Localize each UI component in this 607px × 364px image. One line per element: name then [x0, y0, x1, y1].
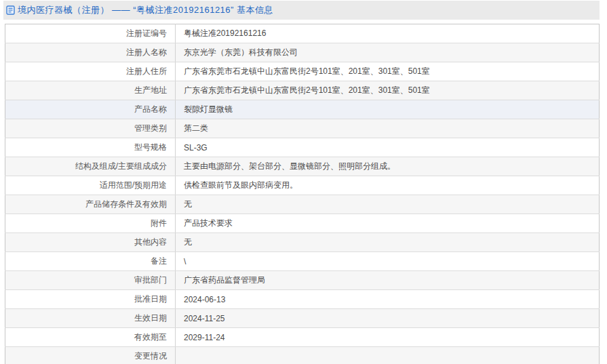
- row-value-cell: 广东省东莞市石龙镇中山东富民街2号101室、201室、301室、501室: [176, 62, 600, 81]
- row-value: 裂隙灯显微镜: [184, 104, 233, 114]
- page-title: 境内医疗器械（注册） —— “粤械注准20192161216” 基本信息: [18, 4, 273, 16]
- table-row: 变更情况: [5, 347, 600, 364]
- row-label-cell: 其他内容: [5, 233, 176, 252]
- row-value: 无: [184, 199, 192, 209]
- row-value-cell: 东京光学（东莞）科技有限公司: [176, 43, 600, 62]
- row-label-cell: 备注: [5, 252, 176, 271]
- row-value-cell: SL-3G: [176, 138, 600, 157]
- row-label-cell: 批准日期: [5, 290, 176, 309]
- row-label-cell: 生效日期: [5, 309, 176, 328]
- row-label-cell: 审批部门: [5, 271, 176, 290]
- row-value-cell: 2029-11-24: [176, 328, 600, 347]
- row-value: 广东省药品监督管理局: [184, 275, 265, 285]
- row-value-cell: \: [176, 252, 600, 271]
- table-row: 适用范围/预期用途供检查眼前节及眼内部病变用。: [5, 176, 600, 195]
- row-value: SL-3G: [184, 143, 208, 153]
- row-value: 第二类: [184, 123, 208, 133]
- row-value-cell: 粤械注准20192161216: [176, 24, 600, 43]
- row-label-cell: 附件: [5, 214, 176, 233]
- row-label: 型号规格: [134, 142, 167, 153]
- row-label-cell: 管理类别: [5, 119, 176, 138]
- row-label: 结构及组成/主要组成成分: [75, 161, 167, 172]
- row-label: 管理类别: [134, 123, 167, 134]
- table-row: 结构及组成/主要组成成分主要由电源部分、架台部分、显微镜部分、照明部分组成。: [5, 157, 600, 176]
- table-row: 型号规格SL-3G: [5, 138, 600, 157]
- row-label-cell: 结构及组成/主要组成成分: [5, 157, 176, 176]
- row-value-cell: 第二类: [176, 119, 600, 138]
- row-label: 有效期至: [134, 331, 167, 343]
- row-label-cell: 型号规格: [5, 138, 176, 157]
- row-value-cell: 2024-06-13: [176, 290, 600, 309]
- table-row: 审批部门广东省药品监督管理局: [5, 271, 600, 290]
- row-label-cell: 产品储存条件及有效期: [5, 195, 176, 214]
- row-label: 其他内容: [134, 237, 167, 248]
- row-label-cell: 注册证编号: [5, 24, 176, 43]
- row-label-cell: 注册人名称: [5, 43, 176, 62]
- row-label: 批准日期: [134, 294, 167, 305]
- row-value-cell: 供检查眼前节及眼内部病变用。: [176, 176, 600, 195]
- row-value-cell: 主要由电源部分、架台部分、显微镜部分、照明部分组成。: [176, 157, 600, 176]
- row-value-cell: 裂隙灯显微镜: [176, 100, 600, 119]
- table-row: 注册人名称东京光学（东莞）科技有限公司: [5, 43, 600, 62]
- row-value: 2029-11-24: [184, 333, 225, 342]
- row-label: 注册人名称: [126, 47, 167, 58]
- row-label-cell: 注册人住所: [5, 62, 176, 81]
- row-value-cell: 无: [176, 233, 600, 252]
- table-row: 其他内容无: [5, 233, 600, 252]
- row-label: 产品名称: [134, 104, 167, 115]
- table-row: 管理类别第二类: [5, 119, 600, 138]
- row-value: 产品技术要求: [184, 218, 233, 228]
- table-row: 产品储存条件及有效期无: [5, 195, 600, 214]
- row-label: 注册证编号: [126, 28, 167, 39]
- row-label-cell: 变更情况: [5, 347, 176, 364]
- table-row: 注册证编号粤械注准20192161216: [5, 24, 600, 43]
- row-label: 生产地址: [134, 85, 167, 96]
- row-value: 广东省东莞市石龙镇中山东富民街2号101室、201室、301室、501室: [184, 66, 430, 76]
- row-value: 东京光学（东莞）科技有限公司: [184, 47, 298, 57]
- row-label: 备注: [151, 256, 167, 267]
- row-label: 注册人住所: [126, 66, 167, 77]
- table-row: 备注\: [5, 252, 600, 271]
- registration-info-table: 注册证编号粤械注准20192161216注册人名称东京光学（东莞）科技有限公司注…: [5, 24, 600, 364]
- row-value: 2024-11-25: [184, 314, 225, 323]
- row-label-cell: 有效期至: [5, 328, 176, 347]
- row-value-cell: 广东省药品监督管理局: [176, 271, 600, 290]
- row-label: 适用范围/预期用途: [100, 180, 167, 191]
- table-row: 注册人住所广东省东莞市石龙镇中山东富民街2号101室、201室、301室、501…: [5, 62, 600, 81]
- row-value-cell: 无: [176, 195, 600, 214]
- row-label-cell: 适用范围/预期用途: [5, 176, 176, 195]
- row-value-cell: 2024-11-25: [176, 309, 600, 328]
- row-value: 2024-06-13: [184, 295, 225, 304]
- row-value: 供检查眼前节及眼内部病变用。: [184, 180, 298, 190]
- table-row: 生产地址广东省东莞市石龙镇中山东富民街2号101室、201室、301室、501室: [5, 81, 600, 100]
- row-label: 审批部门: [134, 275, 167, 286]
- table-row: 附件产品技术要求: [5, 214, 600, 233]
- row-label-cell: 生产地址: [5, 81, 176, 100]
- row-label: 变更情况: [134, 350, 167, 362]
- row-value: 主要由电源部分、架台部分、显微镜部分、照明部分组成。: [184, 161, 395, 171]
- row-label: 附件: [151, 218, 167, 229]
- table-row: 生效日期2024-11-25: [5, 309, 600, 328]
- page-header: 境内医疗器械（注册） —— “粤械注准20192161216” 基本信息: [3, 1, 600, 20]
- row-value-cell: [176, 347, 600, 364]
- table-row: 批准日期2024-06-13: [5, 290, 600, 309]
- row-value-cell: 广东省东莞市石龙镇中山东富民街2号101室、201室、301室、501室: [176, 81, 600, 100]
- row-value: 粤械注准20192161216: [184, 28, 266, 38]
- row-value: 无: [184, 237, 192, 247]
- table-row: 有效期至2029-11-24: [5, 328, 600, 347]
- row-label-cell: 产品名称: [5, 100, 176, 119]
- row-label: 生效日期: [134, 312, 167, 324]
- document-icon: [6, 5, 15, 15]
- row-value: 广东省东莞市石龙镇中山东富民街2号101室、201室、301室、501室: [184, 85, 430, 95]
- row-label: 产品储存条件及有效期: [85, 199, 167, 210]
- table-row: 产品名称裂隙灯显微镜: [5, 100, 600, 119]
- row-value-cell: 产品技术要求: [176, 214, 600, 233]
- row-value: \: [184, 257, 186, 266]
